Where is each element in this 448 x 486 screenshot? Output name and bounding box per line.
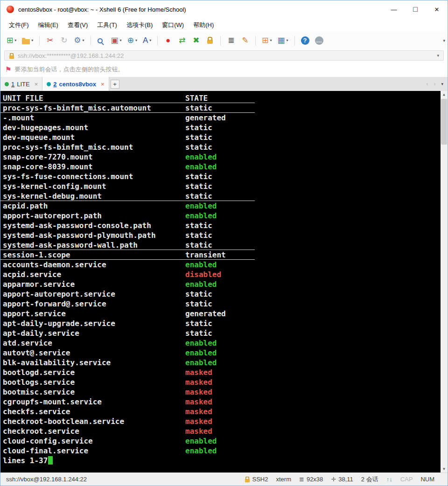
open-folder-button[interactable]: ▾: [21, 34, 35, 47]
xshell-window: centos8vbox - root@vbox: ~ - Xshell 6 (F…: [0, 0, 448, 486]
address-text: ssh://vbox:**********@192.168.1.244:22: [18, 52, 124, 59]
unit-file-cell: proc-sys-fs-binfmt_misc.mount: [3, 142, 185, 152]
sync-input-button[interactable]: ✖: [190, 34, 202, 47]
font-button[interactable]: A▾: [141, 34, 153, 47]
state-cell: masked: [185, 417, 212, 426]
tile-windows-button[interactable]: ▦▾: [276, 34, 290, 47]
maximize-button[interactable]: □: [405, 0, 426, 18]
state-cell: enabled: [185, 260, 217, 269]
close-button[interactable]: ✕: [426, 0, 448, 18]
toolbar-overflow-icon[interactable]: ▾: [443, 38, 445, 43]
terminal-row: apport-autoreport.servicestatic: [3, 289, 448, 299]
terminal-row: sys-kernel-config.mountstatic: [3, 181, 448, 191]
protocol-indicator: SSH2: [245, 476, 268, 483]
tab-close-icon[interactable]: ×: [35, 81, 38, 88]
state-cell: enabled: [185, 153, 217, 161]
state-cell: masked: [185, 397, 212, 406]
virtual-keyboard-icon: ≣: [228, 36, 234, 44]
terminal-row: atd.serviceenabled: [3, 338, 448, 348]
minimize-button[interactable]: —: [383, 0, 405, 18]
tab-close-icon[interactable]: ×: [101, 81, 105, 88]
unit-file-cell: bootlogs.service: [3, 377, 185, 387]
menu-item-tab[interactable]: 选项卡(B): [122, 19, 157, 31]
tab-lite[interactable]: 1LITE×: [0, 77, 42, 91]
menu-item-edit[interactable]: 编辑(E): [34, 19, 63, 31]
log-record-button[interactable]: ●: [162, 34, 174, 47]
terminal-scrollbar[interactable]: ▲ ▼: [441, 91, 448, 472]
terminal-row: autovt@.serviceenabled: [3, 348, 448, 358]
screen-size-icon: ≣: [299, 476, 304, 483]
new-session-icon: ⊞: [7, 36, 13, 44]
menu-item-help[interactable]: 帮助(H): [189, 19, 218, 31]
scroll-down-icon[interactable]: ▼: [441, 465, 448, 472]
find-button[interactable]: [96, 34, 107, 47]
new-window-button[interactable]: ⊞▾: [260, 34, 273, 47]
tab-centos8vbox[interactable]: 2centos8vbox×: [42, 77, 109, 91]
open-folder-icon: [22, 39, 30, 44]
flag-icon: ⚑: [5, 65, 11, 74]
state-cell: static: [185, 104, 212, 112]
scroll-up-icon[interactable]: ▲: [441, 91, 448, 98]
scrollbar-thumb[interactable]: [441, 99, 447, 145]
tab-scroll-left-icon[interactable]: ‹: [426, 81, 428, 87]
reconnect-button[interactable]: ↻: [58, 34, 70, 47]
terminal-row: systemd-ask-password-wall.pathstatic: [3, 240, 448, 250]
unit-file-cell: bootmisc.service: [3, 387, 185, 397]
address-bar[interactable]: ssh://vbox:**********@192.168.1.244:22 ▾: [4, 50, 444, 61]
toolbar-divider: [294, 36, 295, 45]
menu-item-view[interactable]: 查看(V): [63, 19, 92, 31]
pager-prompt-text: lines 1-37: [3, 456, 48, 465]
tab-number: 1: [11, 81, 14, 88]
file-transfer-button[interactable]: ⇄: [176, 34, 188, 47]
xshell-logo-icon: [7, 6, 14, 13]
font-icon: A: [143, 36, 148, 44]
session-properties-button[interactable]: ⚙▾: [72, 34, 85, 47]
address-dropdown-icon[interactable]: ▾: [437, 53, 439, 58]
tab-label: LITE: [17, 81, 29, 88]
tab-list-dropdown-icon[interactable]: ▾: [441, 82, 443, 86]
highlight-pen-button[interactable]: ✎: [239, 34, 251, 47]
tab-nav: ‹ › ▾: [426, 81, 448, 87]
unit-file-cell: proc-sys-fs-binfmt_misc.automount: [3, 103, 185, 113]
new-tab-button[interactable]: +: [111, 80, 119, 89]
menu-item-file[interactable]: 文件(F): [4, 19, 34, 31]
unit-file-cell: cgroupfs-mount.service: [3, 397, 185, 407]
disconnect-button[interactable]: ✂: [44, 34, 56, 47]
tab-scroll-right-icon[interactable]: ›: [434, 81, 435, 87]
toolbar-divider: [220, 36, 221, 45]
dropdown-caret-icon: ▾: [270, 38, 272, 42]
toolbar-buttons: ⊞▾▾✂↻⚙▾▣▾⊕▾A▾●⇄✖≣✎⊞▾▦▾?…: [5, 34, 325, 47]
state-cell: enabled: [185, 280, 217, 289]
session-status-icon: [5, 82, 9, 86]
terminal-header-row: UNIT FILESTATE: [3, 93, 448, 103]
unit-file-column-header: UNIT FILE: [3, 93, 185, 103]
menu-item-tools[interactable]: 工具(T): [92, 19, 122, 31]
terminal-row: blk-availability.serviceenabled: [3, 358, 448, 368]
menu-item-window[interactable]: 窗口(W): [157, 19, 189, 31]
status-text: 92x38: [307, 476, 323, 483]
feedback-button[interactable]: …: [314, 34, 325, 47]
window-title: centos8vbox - root@vbox: ~ - Xshell 6 (F…: [18, 6, 186, 13]
state-column-header: STATE: [185, 94, 208, 103]
log-record-icon: ●: [166, 36, 170, 44]
terminal[interactable]: UNIT FILESTATE proc-sys-fs-binfmt_misc.a…: [0, 91, 448, 472]
state-cell: static: [185, 329, 212, 338]
color-scheme-button[interactable]: ▣▾: [110, 34, 123, 47]
new-session-button[interactable]: ⊞▾: [5, 34, 18, 47]
state-cell: masked: [185, 368, 212, 377]
lock-screen-button[interactable]: [204, 34, 216, 47]
unit-file-cell: apt-daily-upgrade.service: [3, 319, 185, 328]
window-controls: — □ ✕: [383, 0, 448, 18]
toolbar-divider: [255, 36, 256, 45]
help-button[interactable]: ?: [300, 34, 311, 47]
open-url-button[interactable]: ⊕▾: [126, 34, 139, 47]
cursor-position: ✛38,11: [331, 476, 353, 483]
session-count: 2 会话: [361, 475, 378, 484]
help-icon: ?: [301, 36, 309, 45]
unit-file-cell: sys-fs-fuse-connections.mount: [3, 172, 185, 181]
terminal-cursor: [48, 456, 53, 465]
state-cell: enabled: [185, 162, 217, 171]
state-cell: enabled: [185, 348, 217, 357]
virtual-keyboard-button[interactable]: ≣: [225, 34, 237, 47]
unit-file-cell: apport-autoreport.path: [3, 211, 185, 221]
